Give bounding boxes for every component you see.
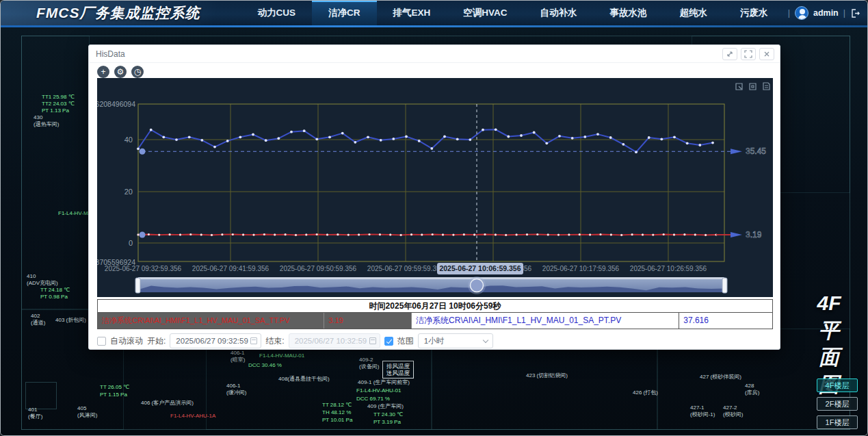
svg-text:0: 0	[129, 239, 133, 247]
floorplan-title-line: 平	[808, 317, 850, 344]
svg-text:2025-06-27 09:41:59.356: 2025-06-27 09:41:59.356	[192, 265, 269, 272]
nav-tab-6[interactable]: 事故水池	[594, 1, 663, 25]
floorplan-room	[25, 382, 57, 409]
floorplan-label: 401 (餐厅)	[28, 407, 42, 420]
end-datetime-input[interactable]: 2025/06/27 10:32:59	[289, 333, 380, 348]
floorplan-label: DCC 69.71 %	[356, 396, 390, 402]
values-table: 时间2025年06月27日 10时06分59秒 洁净系统CR\AI\AI_HMI…	[97, 299, 773, 329]
nav-tab-8[interactable]: 污废水	[724, 1, 785, 25]
svg-text:2025-06-27 10:06:59.356: 2025-06-27 10:06:59.356	[439, 264, 521, 272]
floorplan-label: TT 24.18 ℃	[40, 287, 70, 294]
end-label: 结束:	[265, 335, 284, 347]
svg-text:2025-06-27 09:59:59.356: 2025-06-27 09:59:59.356	[367, 265, 445, 272]
user-avatar-icon[interactable]	[795, 6, 808, 20]
nav-tab-3[interactable]: 排气EXH	[377, 1, 447, 25]
dialog-window-buttons	[722, 48, 774, 60]
floorplan-label: F1-L4-HV-AHU-01	[356, 387, 401, 394]
floorplan-label: 排风温度 送风温度	[382, 361, 414, 379]
floorplan-label: F1-L4-HV-AHU-1A	[170, 413, 215, 420]
floorplan-label: PT 3.19 Pa	[373, 419, 401, 426]
value-cell-red[interactable]: 3.19	[324, 313, 412, 329]
table-row[interactable]: 洁净系统CR\AI\AI_HMI\F1_L1_HV_MAU_01_SA_TT.P…	[97, 313, 773, 329]
floorplan-label: PT 0.98 Pa	[40, 294, 68, 300]
range-checkbox[interactable]	[384, 337, 393, 346]
svg-text:3426208496094: 3426208496094	[97, 100, 135, 108]
floorplan-label: 410 (ADV充电间)	[27, 273, 58, 286]
svg-text:35.45: 35.45	[746, 146, 766, 156]
add-curve-icon[interactable]: +	[97, 66, 109, 78]
floorplan-label: 409-2 (设备间)	[359, 357, 379, 370]
app-title: FMCS厂务集成监控系统	[36, 3, 200, 23]
settings-icon[interactable]: ⚙	[114, 66, 127, 78]
time-icon[interactable]: ◷	[131, 66, 144, 78]
nav-tab-4[interactable]: 空调HVAC	[447, 1, 523, 25]
floorplan-title-line: 面	[808, 344, 850, 371]
tag-cell-red[interactable]: 洁净系统CR\AI\AI_HMI\F1_L1_HV_MAU_01_SA_TT.P…	[98, 313, 324, 329]
calendar-icon[interactable]	[250, 337, 257, 344]
user-area: | admin |	[788, 1, 860, 25]
floorplan-label: PT 1.13 Pa	[42, 107, 69, 114]
floorplan-label: 427 (模砂伴装间)	[700, 374, 741, 381]
separator: |	[843, 8, 845, 18]
floorplan-label: 406 (客户产品演示间)	[141, 400, 194, 407]
svg-text:2025-06-27 10:26:59.356: 2025-06-27 10:26:59.356	[630, 265, 707, 272]
floorplan-label: 403 (折包间)	[55, 317, 86, 324]
dialog-titlebar[interactable]: HisData	[89, 45, 780, 63]
nav-tab-1[interactable]: 动力CUS	[241, 1, 313, 25]
floor-button-2F楼层[interactable]: 2F楼层	[817, 397, 858, 411]
app-window: FMCS厂务集成监控系统 动力CUS洁净CR排气EXH空调HVAC自动补水事故水…	[0, 0, 868, 436]
dialog-fullscreen-button[interactable]	[741, 48, 756, 60]
value-cell-blue[interactable]: 37.616	[679, 313, 772, 329]
floorplan-label: DCC 30.46 %	[248, 362, 282, 369]
svg-text:2025-06-27 09:50:59.356: 2025-06-27 09:50:59.356	[280, 265, 357, 272]
autoscroll-checkbox[interactable]	[97, 337, 106, 346]
time-controls: 自动滚动 开始: 2025/06/27 09:32:59 结束: 2025/06…	[97, 333, 773, 349]
range-select[interactable]: 1小时	[418, 333, 493, 348]
floorplan-label: TT 26.05 ℃	[100, 384, 129, 391]
floorplan-label: 430 (退热车间)	[34, 114, 59, 127]
floor-button-1F楼层[interactable]: 1F楼层	[817, 415, 858, 429]
floorplan-label: 406-1 (暗室)	[231, 350, 245, 363]
floorplan-label: TH 48.12 %	[322, 409, 351, 416]
logout-icon[interactable]	[850, 8, 860, 18]
table-time-header: 时间2025年06月27日 10时06分59秒	[97, 299, 773, 313]
start-datetime-input[interactable]: 2025/06/27 09:32:59	[170, 333, 261, 348]
floorplan-label: 427-1 (模砂间-1)	[690, 405, 715, 418]
floorplan-room	[21, 36, 90, 309]
chevron-down-icon	[482, 337, 488, 343]
floorplan-label: 409-1 (生产车间前室)	[358, 379, 410, 386]
floorplan-label: 423 (切割铝袋间)	[526, 372, 568, 379]
floor-button-4F楼层[interactable]: 4F楼层	[817, 379, 858, 392]
header-accent-strip	[1, 25, 867, 27]
tag-cell-blue[interactable]: 洁净系统CR\AI\AI_HMI\F1_L1_HV_MAU_01_SA_PT.P…	[412, 313, 679, 329]
start-label: 开始:	[147, 335, 166, 347]
dialog-restore-button[interactable]	[722, 48, 737, 60]
dialog-title: HisData	[96, 49, 125, 59]
dialog-toolbar: +⚙◷	[97, 66, 144, 78]
separator: |	[788, 8, 790, 18]
range-label: 范围	[397, 335, 414, 347]
floorplan-label: 402 (通道)	[31, 313, 45, 326]
floorplan-label: 408(通县悬挂干包间)	[278, 376, 330, 383]
hisdata-dialog: HisData +⚙◷ 4020034262084960946278705596…	[88, 44, 780, 350]
floorplan-label: 427-2 (模砂间)	[723, 405, 743, 418]
app-header: FMCS厂务集成监控系统 动力CUS洁净CR排气EXH空调HVAC自动补水事故水…	[1, 1, 867, 25]
main-nav: 动力CUS洁净CR排气EXH空调HVAC自动补水事故水池超纯水污废水	[241, 1, 785, 25]
dialog-close-button[interactable]	[759, 48, 774, 60]
svg-text:2025-06-27 10:17:59.356: 2025-06-27 10:17:59.356	[542, 265, 620, 272]
floorplan-label: 428 (库房)	[745, 383, 759, 396]
floorplan-label: F1-L4-HV-MAU-01	[259, 352, 304, 359]
svg-text:40: 40	[124, 136, 133, 144]
floorplan-label: PT 10.01 Pa	[322, 417, 352, 424]
nav-tab-7[interactable]: 超纯水	[663, 1, 724, 25]
history-chart[interactable]: 40200342620849609462787055969242025-06-2…	[97, 78, 773, 297]
floorplan-label: TT 28.12 ℃	[322, 402, 352, 409]
svg-text:2025-06-27 09:32:59.356: 2025-06-27 09:32:59.356	[105, 265, 182, 272]
nav-tab-5[interactable]: 自动补水	[524, 1, 594, 25]
nav-tab-2[interactable]: 洁净CR	[312, 1, 377, 25]
floorplan-label: 406-1 (缓冲间)	[226, 383, 246, 396]
floor-buttons: 4F楼层2F楼层1F楼层	[817, 379, 858, 429]
floorplan-room	[432, 349, 657, 430]
floorplan-label: TT2 24.03 ℃	[42, 101, 75, 107]
floorplan-label: TT 24.30 ℃	[373, 411, 403, 418]
